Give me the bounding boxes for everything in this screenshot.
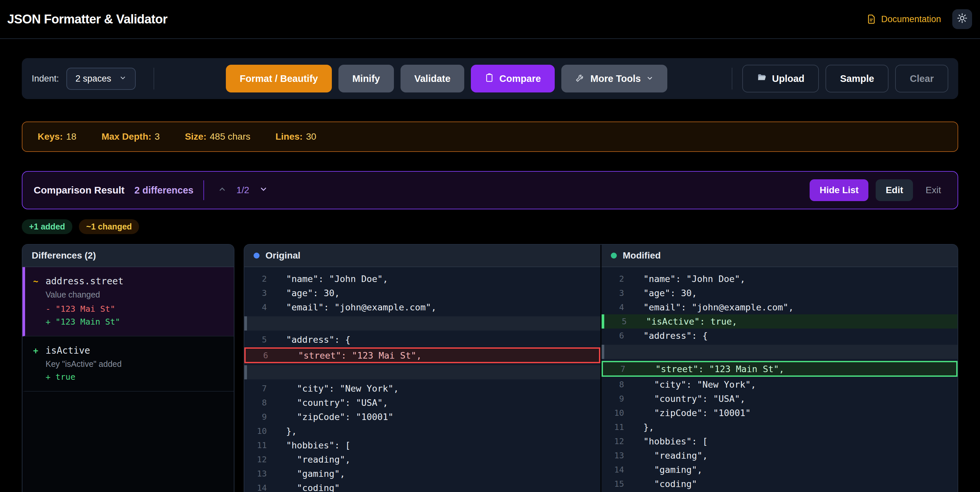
code-line: 6 "street": "123 Mai St", — [244, 347, 600, 363]
sample-button[interactable]: Sample — [826, 65, 889, 92]
indent-select[interactable]: 2 spaces — [66, 68, 136, 90]
original-dot-icon — [254, 253, 259, 258]
line-number: 14 — [244, 483, 267, 492]
stat-value: 3 — [154, 131, 160, 142]
code-line: 8 "country": "USA", — [244, 396, 600, 410]
next-difference-button[interactable] — [255, 182, 272, 199]
hide-list-button[interactable]: Hide List — [810, 179, 869, 201]
code-line: 4 "email": "john@example.com", — [601, 300, 958, 314]
stat-item: Keys:18 — [38, 131, 76, 142]
line-number: 13 — [601, 451, 624, 460]
code-text: "age": 30, — [267, 288, 340, 298]
line-number: 2 — [244, 274, 267, 283]
diff-item[interactable]: ~address.streetValue changed- "123 Mai S… — [22, 267, 234, 336]
line-number: 2 — [601, 274, 624, 283]
differences-panel: Differences (2) ~address.streetValue cha… — [22, 244, 234, 492]
exit-button[interactable]: Exit — [920, 179, 946, 201]
line-number: 7 — [244, 384, 267, 393]
diff-item-head: +isActive — [32, 345, 226, 356]
code-text: "gaming", — [267, 468, 345, 479]
stat-item: Max Depth:3 — [101, 131, 159, 142]
diff-item[interactable]: +isActiveKey "isActive" added+ true — [22, 336, 234, 392]
documentation-link[interactable]: Documentation — [866, 14, 941, 24]
code-line: 12 "hobbies": [ — [601, 434, 958, 448]
code-line: 10 }, — [244, 424, 600, 438]
chevron-up-icon — [218, 185, 226, 196]
code-text: "name": "John Doe", — [624, 274, 745, 284]
code-text: "country": "USA", — [267, 398, 388, 408]
summary-badges: +1 added~1 changed — [22, 219, 958, 234]
diff-description: Key "isActive" added — [46, 359, 226, 369]
code-line: 10 "zipCode": "10001" — [601, 406, 958, 420]
folder-icon — [757, 73, 767, 84]
line-number: 9 — [601, 394, 624, 403]
indent-label: Indent: — [32, 74, 59, 84]
code-text: "reading", — [624, 451, 708, 461]
theme-toggle-button[interactable] — [952, 9, 972, 29]
stat-label: Size: — [185, 131, 206, 142]
original-code-area[interactable]: 2 "name": "John Doe",3 "age": 30,4 "emai… — [244, 267, 600, 492]
stat-value: 30 — [306, 131, 316, 142]
code-line: 13 "gaming", — [244, 467, 600, 481]
diff-added-value: + true — [46, 372, 226, 382]
code-line: 15 "coding" — [601, 477, 958, 491]
line-number: 15 — [601, 479, 624, 489]
page-title: JSON Formatter & Validator — [7, 12, 167, 26]
code-text: "isActive": true, — [627, 316, 737, 326]
modified-panel-header: Modified — [601, 245, 958, 267]
code-line: 5 "address": { — [244, 333, 600, 347]
modified-dot-icon — [611, 253, 617, 258]
line-number: 10 — [601, 408, 624, 418]
code-line: 11 "hobbies": [ — [244, 438, 600, 452]
code-line: 7 "city": "New York", — [244, 381, 600, 396]
line-number: 4 — [601, 303, 624, 312]
code-line: 11 }, — [601, 420, 958, 434]
line-number: 8 — [244, 398, 267, 408]
code-line: 5 "isActive": true, — [601, 314, 958, 328]
minify-button[interactable]: Minify — [339, 65, 394, 92]
line-number: 5 — [604, 317, 627, 326]
code-line: 12 "reading", — [244, 452, 600, 467]
code-line: 8 "city": "New York", — [601, 377, 958, 392]
code-text: "hobbies": [ — [624, 436, 708, 446]
diff-marker-icon: ~ — [32, 276, 40, 286]
line-number: 14 — [601, 465, 624, 474]
tools-icon — [575, 73, 585, 85]
diff-marker-icon: + — [32, 346, 40, 356]
clear-button[interactable]: Clear — [895, 65, 948, 92]
line-number: 12 — [601, 436, 624, 446]
summary-badge-added: +1 added — [22, 219, 72, 234]
code-text: "email": "john@example.com", — [624, 302, 794, 312]
edit-button[interactable]: Edit — [876, 179, 913, 201]
code-text: "hobbies": [ — [267, 440, 351, 451]
diff-item-head: ~address.street — [32, 276, 226, 287]
modified-panel: Modified 2 "name": "John Doe",3 "age": 3… — [601, 245, 958, 492]
code-text: "age": 30, — [624, 288, 697, 298]
code-text: "name": "John Doe", — [267, 274, 388, 284]
previous-difference-button[interactable] — [214, 182, 231, 199]
original-panel: Original 2 "name": "John Doe",3 "age": 3… — [244, 245, 600, 492]
modified-code-area[interactable]: 2 "name": "John Doe",3 "age": 30,4 "emai… — [601, 267, 958, 492]
more-tools-button[interactable]: More Tools — [561, 65, 667, 92]
format-beautify-button[interactable]: Format / Beautify — [226, 65, 332, 92]
line-number: 8 — [601, 380, 624, 389]
code-text: "address": { — [267, 334, 351, 345]
line-number: 5 — [244, 335, 267, 344]
code-text: "city": "New York", — [624, 379, 756, 390]
difference-position: 1/2 — [236, 185, 249, 196]
code-text: "zipCode": "10001" — [624, 408, 751, 418]
compare-button[interactable]: Compare — [471, 65, 555, 92]
code-text: "address": { — [624, 331, 708, 341]
code-line: 4 "email": "john@example.com", — [244, 300, 600, 314]
chevron-down-icon — [259, 185, 268, 196]
code-line: 14 "gaming", — [601, 463, 958, 477]
code-text: }, — [624, 422, 654, 432]
code-compare-card: Original 2 "name": "John Doe",3 "age": 3… — [244, 244, 958, 492]
chevron-down-icon — [646, 73, 654, 84]
diff-path: address.street — [46, 276, 124, 287]
sun-icon — [957, 13, 967, 26]
comparison-divider — [204, 180, 204, 200]
toolbar-divider — [732, 68, 732, 89]
validate-button[interactable]: Validate — [401, 65, 465, 92]
upload-button[interactable]: Upload — [742, 65, 819, 92]
